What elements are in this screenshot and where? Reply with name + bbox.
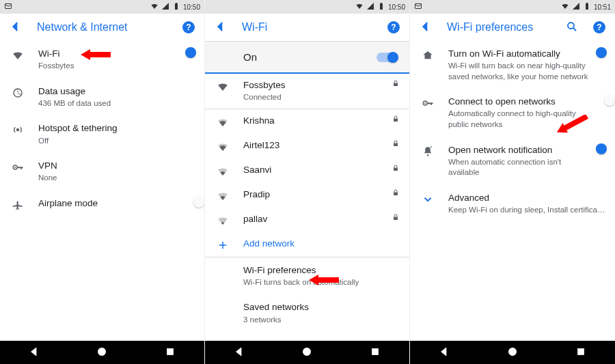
mail-notification-icon <box>4 2 12 12</box>
network-item[interactable]: Saanvi <box>205 158 409 183</box>
signal-status-icon <box>161 2 169 12</box>
svg-rect-33 <box>578 348 584 354</box>
pref-subtitle: When automatic connection isn't availabl… <box>448 157 590 178</box>
svg-rect-15 <box>394 143 398 146</box>
nav-back[interactable] <box>438 346 450 360</box>
wifi-signal-icon <box>215 81 231 93</box>
svg-point-28 <box>424 102 426 104</box>
svg-point-21 <box>305 350 309 354</box>
pref-connect-open[interactable]: Connect to open networks Automatically c… <box>410 89 615 137</box>
setting-title: VPN <box>38 160 195 172</box>
setting-subtitle: Wi-Fi turns back on automatically <box>243 277 400 288</box>
back-button[interactable] <box>10 20 22 35</box>
add-network-button[interactable]: Add network <box>205 232 409 257</box>
pref-title: Open network notification <box>448 144 590 156</box>
help-button[interactable]: ? <box>387 21 400 33</box>
status-bar: 10:50 <box>0 0 204 14</box>
mail-notification-icon <box>414 2 422 12</box>
nav-home[interactable] <box>506 346 519 360</box>
svg-rect-17 <box>394 192 398 195</box>
svg-rect-13 <box>394 83 398 87</box>
lock-icon <box>392 164 400 174</box>
pref-title: Advanced <box>448 192 605 204</box>
home-wifi-icon <box>420 49 436 61</box>
bell-icon <box>420 145 436 158</box>
search-button[interactable] <box>566 20 578 35</box>
phone-network-internet: 10:50 Network & Internet ? Wi-Fi Fossbyt… <box>0 0 205 364</box>
help-button[interactable]: ? <box>593 21 605 33</box>
setting-subtitle: 3 networks <box>243 315 400 326</box>
wifi-preferences-item[interactable]: Wi-Fi preferences Wi-Fi turns back on au… <box>205 257 409 295</box>
setting-title: Wi-Fi preferences <box>243 264 400 277</box>
pref-subtitle: Wi-Fi will turn back on near high-qualit… <box>448 61 590 82</box>
battery-status-icon <box>377 2 385 12</box>
status-time: 10:51 <box>594 3 611 11</box>
network-item[interactable]: Airtel123 <box>205 134 409 158</box>
setting-data-usage[interactable]: Data usage 436 MB of data used <box>0 79 204 116</box>
nav-back[interactable] <box>233 346 245 360</box>
network-item[interactable]: Krishna <box>205 109 409 134</box>
lock-icon <box>392 115 400 125</box>
svg-point-9 <box>100 350 104 354</box>
nav-home[interactable] <box>301 346 313 360</box>
wifi-signal-icon <box>215 214 231 227</box>
app-bar: Wi-Fi ? <box>205 14 409 41</box>
battery-status-icon <box>583 2 591 12</box>
nav-recent[interactable] <box>164 346 176 360</box>
wifi-master-toggle[interactable] <box>377 53 397 62</box>
status-time: 10:50 <box>183 3 200 11</box>
page-title: Wi-Fi <box>242 21 372 33</box>
lock-icon <box>392 213 400 223</box>
setting-subtitle: None <box>38 173 195 184</box>
expand-icon <box>420 193 436 206</box>
help-button[interactable]: ? <box>182 21 195 33</box>
network-name: Krishna <box>243 115 379 127</box>
back-button[interactable] <box>215 20 227 35</box>
network-item[interactable]: Fossbytes Connected <box>205 74 409 109</box>
setting-airplane[interactable]: Airplane mode <box>0 191 204 218</box>
nav-home[interactable] <box>96 346 108 360</box>
status-bar: 10:51 <box>410 0 615 14</box>
pref-subtitle: Automatically connect to high-quality pu… <box>448 109 590 130</box>
wifi-icon <box>10 49 26 61</box>
setting-title: Hotspot & tethering <box>38 122 195 135</box>
app-bar: Wi-Fi preferences ? <box>410 14 615 41</box>
wifi-status-icon <box>561 2 569 12</box>
setting-subtitle: Off <box>38 136 195 147</box>
wifi-signal-icon <box>215 190 231 202</box>
svg-rect-22 <box>372 348 379 354</box>
svg-rect-2 <box>176 3 177 3</box>
pref-open-network-notification[interactable]: Open network notification When automatic… <box>410 137 615 185</box>
setting-vpn[interactable]: VPN None <box>0 153 204 191</box>
nav-recent[interactable] <box>575 346 587 360</box>
pref-advanced[interactable]: Advanced Keep Wi-Fi on during sleep, Ins… <box>410 185 615 223</box>
network-name: Airtel123 <box>243 139 379 152</box>
network-item[interactable]: Pradip <box>205 183 409 208</box>
svg-rect-10 <box>167 348 174 354</box>
svg-rect-24 <box>586 3 588 10</box>
setting-wifi[interactable]: Wi-Fi Fossbytes <box>0 41 204 79</box>
vpn-icon <box>10 161 26 173</box>
lock-icon <box>392 188 400 199</box>
lock-icon <box>392 79 400 89</box>
app-bar: Network & Internet ? <box>0 14 204 41</box>
nav-bar <box>0 341 204 364</box>
wifi-state-label: On <box>243 51 257 63</box>
back-button[interactable] <box>420 20 432 35</box>
key-icon <box>420 97 436 109</box>
nav-back[interactable] <box>28 346 40 360</box>
saved-networks-item[interactable]: Saved networks 3 networks <box>205 294 409 332</box>
battery-status-icon <box>172 2 180 12</box>
nav-bar <box>410 341 615 364</box>
status-bar: 10:50 <box>205 0 409 14</box>
network-item[interactable]: pallav <box>205 208 409 232</box>
page-title: Wi-Fi preferences <box>447 21 551 33</box>
nav-recent[interactable] <box>369 346 381 360</box>
svg-rect-11 <box>380 3 383 10</box>
add-network-label: Add network <box>243 238 400 250</box>
pref-title: Turn on Wi-Fi automatically <box>448 48 590 60</box>
pref-auto-wifi[interactable]: Turn on Wi-Fi automatically Wi-Fi will t… <box>410 41 615 89</box>
svg-point-4 <box>17 129 19 131</box>
wifi-master-toggle-row[interactable]: On <box>205 41 409 74</box>
setting-hotspot[interactable]: Hotspot & tethering Off <box>0 115 204 153</box>
